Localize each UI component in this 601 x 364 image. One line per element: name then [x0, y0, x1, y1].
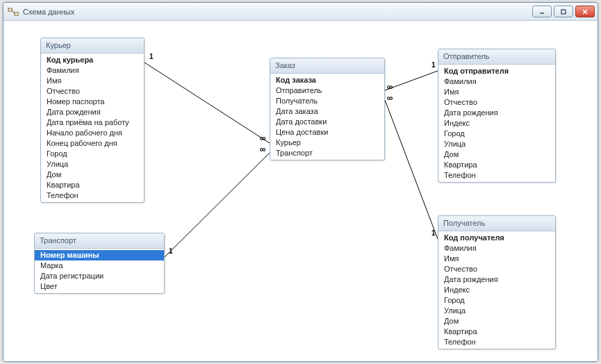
cardinality-one: 1 — [149, 53, 154, 60]
close-button[interactable] — [575, 6, 595, 17]
titlebar[interactable]: Схема данных — [3, 3, 598, 21]
cardinality-one: 1 — [431, 61, 436, 69]
entity-field[interactable]: Дата доставки — [270, 117, 384, 127]
entity-field[interactable]: Дом — [41, 169, 144, 180]
entity-field[interactable]: Отчество — [438, 264, 555, 274]
entity-field[interactable]: Отчество — [41, 86, 144, 97]
entity-field[interactable]: Номер машины — [35, 250, 164, 260]
svg-rect-4 — [561, 10, 566, 14]
svg-line-10 — [385, 100, 438, 239]
entity-field[interactable]: Квартира — [41, 180, 144, 190]
relationships-icon — [8, 6, 19, 17]
entity-field[interactable]: Имя — [438, 254, 555, 264]
svg-line-9 — [385, 71, 438, 90]
entity-fields: Код получателяФамилияИмяОтчествоДата рож… — [438, 231, 555, 349]
entity-field[interactable]: Телефон — [438, 337, 555, 347]
entity-field[interactable]: Код курьера — [41, 55, 144, 65]
entity-fields: Код заказаОтправительПолучательДата зака… — [270, 74, 384, 160]
cardinality-many: ∞ — [387, 82, 391, 92]
entity-field[interactable]: Транспорт — [270, 148, 384, 158]
entity-field[interactable]: Квартира — [438, 326, 555, 337]
entity-field[interactable]: Отправитель — [270, 85, 384, 96]
entity-field[interactable]: Конец рабочего дня — [41, 138, 144, 149]
svg-line-8 — [165, 153, 270, 257]
window-frame: Схема данных 1 ∞ 1 ∞ — [3, 2, 598, 362]
entity-field[interactable]: Телефон — [438, 170, 555, 181]
svg-rect-0 — [8, 8, 12, 11]
entity-fields: Код курьераФамилияИмяОтчествоНомер паспо… — [41, 53, 144, 202]
svg-line-2 — [12, 10, 15, 14]
entity-order[interactable]: Заказ Код заказаОтправительПолучательДат… — [270, 58, 385, 160]
entity-field[interactable]: Дата заказа — [270, 106, 384, 117]
entity-transport[interactable]: Транспорт Номер машиныМаркаДата регистра… — [34, 233, 165, 294]
entity-field[interactable]: Индекс — [438, 285, 555, 295]
entity-field[interactable]: Фамилия — [438, 243, 555, 254]
entity-title[interactable]: Транспорт — [35, 233, 164, 249]
cardinality-one: 1 — [169, 247, 173, 255]
entity-field[interactable]: Дата регистрации — [35, 271, 164, 281]
entity-field[interactable]: Город — [438, 295, 555, 306]
entity-fields: Номер машиныМаркаДата регистрацииЦвет — [35, 249, 164, 293]
entity-field[interactable]: Телефон — [41, 190, 144, 201]
entity-title[interactable]: Заказ — [270, 58, 384, 74]
entity-field[interactable]: Код получателя — [438, 233, 555, 243]
window-title: Схема данных — [23, 8, 532, 16]
entity-sender[interactable]: Отправитель Код отправителяФамилияИмяОтч… — [438, 49, 556, 183]
entity-field[interactable]: Курьер — [270, 138, 384, 148]
entity-field[interactable]: Город — [438, 129, 555, 139]
window-controls — [532, 6, 595, 17]
entity-field[interactable]: Получатель — [270, 96, 384, 106]
cardinality-many: ∞ — [260, 133, 264, 143]
entity-field[interactable]: Марка — [35, 260, 164, 271]
entity-field[interactable]: Улица — [41, 159, 144, 169]
entity-field[interactable]: Имя — [41, 76, 144, 86]
entity-field[interactable]: Цвет — [35, 281, 164, 292]
entity-title[interactable]: Курьер — [41, 38, 144, 53]
entity-field[interactable]: Улица — [438, 306, 555, 316]
entity-fields: Код отправителяФамилияИмяОтчествоДата ро… — [438, 65, 555, 182]
entity-field[interactable]: Цена доставки — [270, 127, 384, 138]
cardinality-many: ∞ — [260, 144, 264, 154]
entity-field[interactable]: Улица — [438, 139, 555, 149]
svg-rect-1 — [15, 13, 18, 15]
entity-field[interactable]: Индекс — [438, 118, 555, 129]
entity-field[interactable]: Дата приёма на работу — [41, 117, 144, 128]
entity-field[interactable]: Квартира — [438, 160, 555, 170]
svg-line-7 — [145, 63, 270, 143]
entity-recipient[interactable]: Получатель Код получателяФамилияИмяОтчес… — [438, 215, 556, 349]
entity-field[interactable]: Код заказа — [270, 75, 384, 85]
entity-title[interactable]: Получатель — [438, 216, 555, 231]
entity-field[interactable]: Дата рождения — [438, 108, 555, 118]
maximize-button[interactable] — [554, 6, 573, 17]
entity-field[interactable]: Код отправителя — [438, 66, 555, 76]
cardinality-many: ∞ — [387, 93, 391, 103]
entity-field[interactable]: Дом — [438, 316, 555, 326]
cardinality-one: 1 — [431, 229, 436, 237]
minimize-button[interactable] — [532, 6, 552, 17]
entity-field[interactable]: Фамилия — [438, 76, 555, 87]
entity-field[interactable]: Дата рождения — [438, 274, 555, 285]
entity-field[interactable]: Отчество — [438, 97, 555, 108]
entity-field[interactable]: Номер паспорта — [41, 97, 144, 107]
entity-field[interactable]: Фамилия — [41, 65, 144, 76]
entity-field[interactable]: Начало рабочего дня — [41, 128, 144, 138]
entity-courier[interactable]: Курьер Код курьераФамилияИмяОтчествоНоме… — [40, 38, 145, 203]
entity-field[interactable]: Дом — [438, 149, 555, 160]
entity-field[interactable]: Имя — [438, 87, 555, 97]
entity-title[interactable]: Отправитель — [438, 49, 555, 65]
diagram-canvas[interactable]: 1 ∞ 1 ∞ 1 ∞ 1 ∞ Курьер Код курьераФамили… — [3, 21, 598, 361]
entity-field[interactable]: Город — [41, 149, 144, 159]
entity-field[interactable]: Дата рождения — [41, 107, 144, 117]
